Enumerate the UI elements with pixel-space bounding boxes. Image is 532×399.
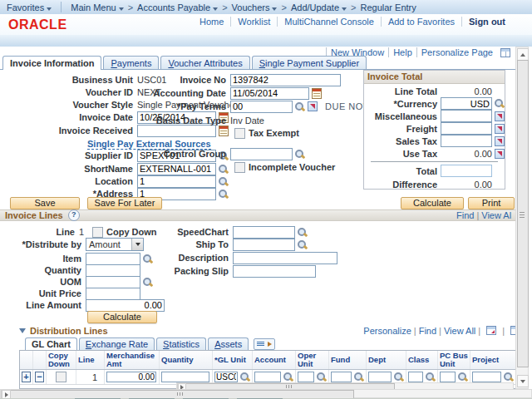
gl-unit-input[interactable] <box>214 372 238 382</box>
tab-statistics[interactable]: Statistics <box>156 337 206 350</box>
pay-terms-input[interactable] <box>230 101 293 113</box>
use-tax-detail-icon[interactable] <box>495 149 505 159</box>
lookup-icon[interactable] <box>142 277 153 288</box>
multichannel-console-link[interactable]: MultiChannel Console <box>277 17 381 27</box>
save-button[interactable]: Save <box>10 197 80 209</box>
lookup-icon[interactable] <box>283 372 293 382</box>
lookup-icon[interactable] <box>353 372 364 382</box>
zoom-grid-icon[interactable] <box>486 326 496 335</box>
oper-unit-input[interactable] <box>298 372 314 382</box>
pay-terms-detail-icon[interactable] <box>308 101 318 111</box>
worklist-link[interactable]: Worklist <box>230 17 277 27</box>
print-button[interactable]: Print <box>468 197 515 209</box>
page-vertical-scrollbar[interactable] <box>515 47 529 389</box>
tab-invoice-information[interactable]: Invoice Information <box>2 56 101 70</box>
page-horizontal-scrollbar[interactable] <box>0 389 532 398</box>
incomplete-voucher-checkbox[interactable] <box>234 162 245 173</box>
add-to-favorites-link[interactable]: Add to Favorites <box>381 17 461 27</box>
dist-find-link[interactable]: Find <box>419 326 436 336</box>
lookup-icon[interactable] <box>218 176 229 187</box>
breadcrumb-vouchers[interactable]: Vouchers <box>232 2 278 12</box>
row-copy-down-checkbox[interactable] <box>56 372 66 382</box>
lookup-icon[interactable] <box>494 98 505 109</box>
lookup-icon[interactable] <box>297 227 308 238</box>
lookup-icon[interactable] <box>457 372 468 382</box>
breadcrumb-accounts-payable[interactable]: Accounts Payable <box>137 2 218 12</box>
merchandise-amt-input[interactable] <box>106 372 156 382</box>
save-for-later-button[interactable]: Save For Later <box>87 197 162 209</box>
description-input[interactable] <box>233 252 337 264</box>
delete-row-button[interactable] <box>35 372 44 382</box>
scroll-down-icon[interactable] <box>517 375 529 387</box>
row-quantity-input[interactable] <box>161 372 209 382</box>
copy-down-checkbox[interactable] <box>92 227 103 238</box>
help-icon[interactable] <box>68 209 80 221</box>
lookup-icon[interactable] <box>316 372 327 382</box>
total-label: Total <box>364 166 441 176</box>
shortname-label: ShortName <box>0 164 137 174</box>
currency-input[interactable] <box>441 97 492 110</box>
fund-input[interactable] <box>331 372 352 382</box>
total-input[interactable] <box>441 165 492 177</box>
shortname-input[interactable] <box>137 163 216 175</box>
add-row-button[interactable] <box>22 372 31 382</box>
control-group-input[interactable] <box>230 148 293 160</box>
lookup-icon[interactable] <box>297 239 308 250</box>
tab-assets[interactable]: Assets <box>208 337 249 350</box>
page-vscroll-thumb[interactable] <box>517 60 529 367</box>
miscellaneous-input[interactable] <box>441 110 492 122</box>
tab-single-payment-supplier[interactable]: Single Payment Supplier <box>252 56 367 69</box>
panel-divider <box>371 161 498 162</box>
ship-to-input[interactable] <box>233 239 295 251</box>
invoice-total-title: Invoice Total <box>364 71 505 84</box>
miscellaneous-detail-icon[interactable] <box>495 111 505 121</box>
calendar-icon[interactable] <box>312 88 322 99</box>
tab-voucher-attributes[interactable]: Voucher Attributes <box>160 56 249 69</box>
tab-gl-chart[interactable]: GL Chart <box>25 337 77 350</box>
lookup-icon[interactable] <box>218 164 229 175</box>
freight-input[interactable] <box>441 122 492 135</box>
lookup-icon[interactable] <box>294 101 305 112</box>
packing-slip-input[interactable] <box>233 265 316 278</box>
invoice-lines-view-all-link[interactable]: View All <box>481 210 511 220</box>
scroll-up-icon[interactable] <box>517 48 529 61</box>
dist-personalize-link[interactable]: Personalize <box>363 326 411 336</box>
breadcrumb-add-update[interactable]: Add/Update <box>291 2 347 12</box>
class-input[interactable] <box>408 372 423 382</box>
lookup-icon[interactable] <box>503 372 514 382</box>
accounting-date-input[interactable] <box>230 87 309 100</box>
line-calculate-button[interactable]: Calculate <box>87 311 157 323</box>
lookup-icon[interactable] <box>393 372 404 382</box>
location-input[interactable] <box>137 175 216 188</box>
accounting-date-row: Accounting Date <box>150 86 322 100</box>
project-input[interactable] <box>472 372 501 382</box>
lookup-icon[interactable] <box>239 372 250 382</box>
account-input[interactable] <box>254 372 281 382</box>
show-all-columns-icon[interactable] <box>254 338 275 350</box>
pc-bus-unit-input[interactable] <box>440 372 456 382</box>
lookup-icon[interactable] <box>425 372 436 382</box>
collapse-triangle-icon[interactable] <box>19 328 26 333</box>
lookup-icon[interactable] <box>294 149 305 160</box>
main-menu[interactable]: Main Menu <box>71 2 123 12</box>
distribute-by-select[interactable]: Amount <box>86 238 144 251</box>
lookup-icon[interactable] <box>218 189 229 200</box>
freight-detail-icon[interactable] <box>495 124 505 134</box>
tax-exempt-checkbox[interactable] <box>234 128 245 139</box>
calculate-button[interactable]: Calculate <box>401 197 464 209</box>
tab-exchange-rate[interactable]: Exchange Rate <box>79 337 155 350</box>
tab-payments[interactable]: Payments <box>103 56 159 69</box>
freight-label: Freight <box>364 124 441 134</box>
dept-input[interactable] <box>368 372 392 382</box>
invoice-lines-find-link[interactable]: Find <box>456 210 474 220</box>
home-link[interactable]: Home <box>193 17 230 27</box>
speedchart-input[interactable] <box>233 226 295 239</box>
line-amount-input[interactable] <box>86 299 165 312</box>
dist-view-all-link[interactable]: View All <box>444 326 475 336</box>
sign-out-link[interactable]: Sign out <box>461 17 512 27</box>
sales-tax-detail-icon[interactable] <box>495 136 505 146</box>
favorites-menu[interactable]: Favorites <box>7 2 52 12</box>
invoice-no-input[interactable] <box>230 74 341 86</box>
sales-tax-input[interactable] <box>441 135 492 147</box>
invoice-total-panel: Invoice Total Line Total 0.00 *Currency … <box>363 70 505 190</box>
